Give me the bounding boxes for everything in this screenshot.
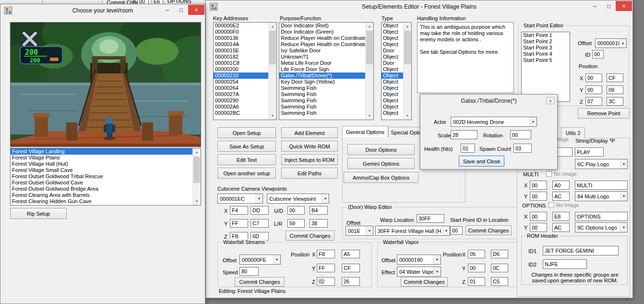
- streams-offset-combo[interactable]: 000000FE ▼: [239, 255, 281, 265]
- scrollbar[interactable]: ▲ ▼: [403, 23, 411, 120]
- start-y2-field[interactable]: 09: [607, 85, 623, 94]
- list-item[interactable]: Object: [382, 91, 403, 97]
- list-item[interactable]: Swimming Fish: [279, 110, 365, 116]
- vapor-x1-field[interactable]: 05: [468, 250, 485, 258]
- vapor-y2-field[interactable]: 0C: [491, 264, 508, 272]
- cutscene-ud2-field[interactable]: B4: [310, 206, 328, 215]
- scale-field[interactable]: 28: [451, 130, 477, 139]
- list-item[interactable]: 0000027A: [214, 91, 268, 97]
- start-z1-field[interactable]: 07: [585, 97, 602, 106]
- vapor-effect-combo[interactable]: 04 Water Vapor ▼: [397, 267, 441, 277]
- list-item[interactable]: 0000014A: [214, 41, 268, 48]
- purpose-list[interactable]: Door Indicator (Red)Door Indicator (Gree…: [279, 22, 374, 120]
- list-item[interactable]: Object: [382, 104, 403, 110]
- list-item[interactable]: Door: [382, 60, 403, 66]
- list-item[interactable]: Door Indicator (Red): [279, 23, 365, 29]
- vapor-z1-field[interactable]: 01: [468, 277, 485, 286]
- maximize-icon[interactable]: □: [602, 1, 616, 11]
- list-item[interactable]: 000002A6: [214, 104, 268, 110]
- list-item[interactable]: Forest Village Hall (Hut): [11, 161, 192, 167]
- close-icon[interactable]: ×: [616, 1, 632, 11]
- type-list[interactable]: ObjectObjectObjectObjectDoorObjectDoorOb…: [381, 22, 412, 120]
- scroll-thumb[interactable]: [404, 31, 411, 64]
- maximize-icon[interactable]: □: [174, 5, 188, 15]
- list-item[interactable]: 00000200: [214, 66, 268, 73]
- streams-x1-field[interactable]: F8: [317, 250, 335, 258]
- remove-point-button[interactable]: Remove Point: [578, 108, 630, 119]
- list-item[interactable]: Swimming Fish: [279, 85, 365, 91]
- streams-y2-field[interactable]: CF: [342, 264, 360, 272]
- streams-z1-field[interactable]: 02: [317, 277, 335, 286]
- minimize-icon[interactable]: –: [160, 5, 174, 15]
- key-addresses-list[interactable]: 000000E2000000F0000001360000014A0000015E…: [213, 22, 277, 120]
- list-item[interactable]: Object: [382, 85, 403, 91]
- start-offset-combo[interactable]: 00000010 ▼: [595, 38, 627, 48]
- inject-setups-button[interactable]: Inject Setups to ROM: [281, 154, 338, 165]
- open-another-setup-button[interactable]: Open another setup: [217, 168, 276, 179]
- options-x1-field[interactable]: 00: [530, 212, 547, 221]
- list-item[interactable]: Object: [382, 41, 403, 48]
- save-and-close-button[interactable]: Save and Close: [459, 156, 504, 167]
- quick-write-rom-button[interactable]: Quick Write ROM: [281, 141, 338, 152]
- list-item[interactable]: Key Door Sign (Yellow): [279, 79, 365, 85]
- scroll-up-icon[interactable]: ▲: [366, 23, 373, 30]
- level-chooser-titlebar[interactable]: Choose your level/room – □ ×: [0, 4, 205, 17]
- list-item[interactable]: 00000182: [214, 54, 268, 60]
- multi-x1-field[interactable]: 00: [530, 181, 547, 190]
- list-item[interactable]: 00000210: [214, 73, 268, 79]
- list-item[interactable]: Forest Village Plains: [11, 155, 192, 161]
- scrollbar[interactable]: ▲ ▼: [268, 23, 276, 120]
- scroll-down-icon[interactable]: ▼: [366, 112, 373, 120]
- list-item[interactable]: Object: [382, 66, 403, 73]
- scrollbar[interactable]: ▲ ▼: [365, 23, 373, 120]
- dialog-close-icon[interactable]: x: [546, 97, 555, 104]
- list-item[interactable]: Forest Clearing Area with Barrels: [11, 192, 192, 198]
- vapor-offset-combo[interactable]: 00000190 ▼: [397, 255, 441, 265]
- cutscene-x1-field[interactable]: F4: [230, 206, 248, 215]
- start-x2-field[interactable]: CF: [607, 73, 623, 82]
- scroll-up-icon[interactable]: ▲: [404, 23, 411, 30]
- scroll-down-icon[interactable]: ▼: [404, 112, 411, 120]
- list-item[interactable]: Unknown?1: [279, 54, 365, 60]
- scroll-up-icon[interactable]: ▲: [269, 23, 276, 30]
- vapor-y1-field[interactable]: 00: [468, 264, 485, 272]
- gemini-options-button[interactable]: Gemini Options: [347, 158, 415, 169]
- start-y1-field[interactable]: 00: [585, 85, 602, 94]
- background-field-2[interactable]: E6: [152, 0, 163, 4]
- scroll-thumb[interactable]: [269, 31, 276, 64]
- minimize-icon[interactable]: –: [588, 1, 602, 11]
- cutscene-y1-field[interactable]: FF: [230, 219, 248, 228]
- scrollbar[interactable]: ▲ ▼: [192, 148, 201, 205]
- list-item[interactable]: Door Indicator (Green): [279, 29, 365, 35]
- list-item[interactable]: Life Force Door Sign: [279, 66, 365, 73]
- list-item[interactable]: Object: [382, 54, 403, 60]
- warp-commit-button[interactable]: Commit Changes: [465, 225, 512, 235]
- list-item[interactable]: Object: [382, 35, 403, 41]
- cutscene-commit-button[interactable]: Commit Changes: [286, 231, 334, 241]
- warp-destination-combo[interactable]: 30FF Forest Village Hall (H ▼: [375, 226, 450, 236]
- list-item[interactable]: Swimming Fish: [279, 104, 365, 110]
- list-item[interactable]: Ivy Safelike Door: [279, 48, 365, 54]
- scroll-up-icon[interactable]: ▲: [193, 148, 201, 156]
- streams-y1-field[interactable]: FF: [317, 264, 335, 272]
- open-setup-button[interactable]: Open Setup: [217, 127, 276, 138]
- save-as-setup-button[interactable]: Save As Setup: [217, 141, 276, 152]
- rom-id2-field[interactable]: NJFE: [543, 259, 587, 269]
- rom-id1-field[interactable]: JET FORCE GEMINI: [543, 246, 619, 255]
- list-item[interactable]: 000002BC: [214, 110, 268, 116]
- list-item[interactable]: 000001C8: [214, 60, 268, 66]
- list-item[interactable]: Object: [382, 110, 403, 116]
- start-id-field[interactable]: 00: [592, 50, 604, 59]
- spawn-count-field[interactable]: 03: [513, 144, 532, 153]
- list-item[interactable]: Object: [382, 23, 403, 29]
- list-item[interactable]: 00000290: [214, 97, 268, 104]
- list-item[interactable]: Object: [382, 79, 403, 85]
- list-item[interactable]: 000000E2: [214, 23, 268, 29]
- options-string-field[interactable]: OPTIONS: [575, 212, 628, 221]
- list-item[interactable]: Forest Village Landing: [11, 148, 192, 155]
- rotation-field[interactable]: 00: [510, 130, 531, 139]
- options-y1-field[interactable]: 00: [530, 223, 547, 232]
- list-item[interactable]: Object: [382, 29, 403, 35]
- cutscene-ud1-field[interactable]: 00: [287, 206, 305, 215]
- ammo-cap-box-options-button[interactable]: Ammo/Cap Box Options: [344, 172, 418, 183]
